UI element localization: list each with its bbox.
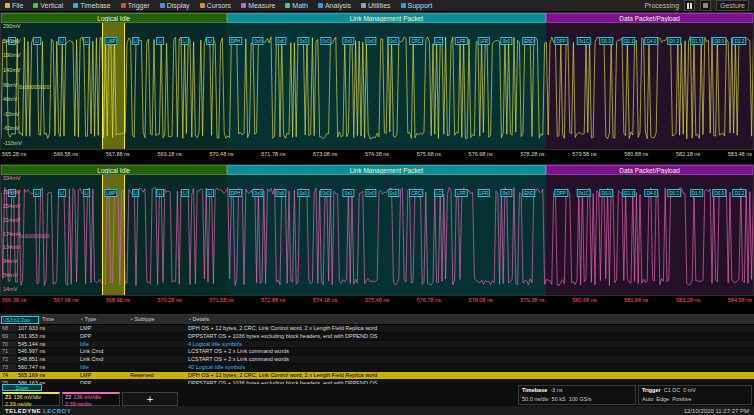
decode-chip[interactable]: LI — [206, 189, 214, 197]
stop-button[interactable] — [700, 0, 711, 11]
decode-chip[interactable]: DPH — [229, 189, 243, 197]
decode-chip[interactable]: LI — [8, 37, 16, 45]
decode-chip[interactable]: LI — [206, 37, 214, 45]
decode-chip[interactable]: LI — [83, 189, 91, 197]
decode-chip[interactable]: LC — [434, 37, 444, 45]
decode-chip[interactable]: 0x0 — [298, 189, 309, 197]
decode-chip[interactable]: LFR — [455, 189, 468, 197]
decode-chip[interactable]: D0.3 — [667, 189, 681, 197]
decode-chip[interactable]: LI — [181, 189, 189, 197]
decode-chip[interactable]: D2.1 — [622, 189, 636, 197]
decode-chip[interactable]: D2.2 — [733, 37, 747, 45]
decode-chip[interactable]: END — [522, 37, 536, 45]
col-subtype[interactable]: Subtype — [128, 315, 186, 324]
decode-chip[interactable]: 0x0 — [298, 37, 309, 45]
menu-item-display[interactable]: Display — [155, 0, 195, 11]
decode-chip[interactable]: 0x0 — [365, 37, 376, 45]
menu-item-support[interactable]: Support — [396, 0, 438, 11]
decode-chip[interactable]: LI — [132, 37, 140, 45]
decode-chip[interactable]: D1.5 — [690, 189, 704, 197]
decode-chip[interactable]: LI — [181, 37, 189, 45]
trigger-panel[interactable]: TriggerC1 DC0 mV AutoEdgePositive — [638, 385, 752, 405]
menu-item-vertical[interactable]: Vertical — [28, 0, 68, 11]
waveform-trace[interactable] — [1, 13, 754, 149]
decode-chip[interactable]: 0x0 — [365, 189, 376, 197]
col-details[interactable]: Details — [186, 315, 754, 324]
decode-chip[interactable]: LI — [157, 37, 165, 45]
decode-chip[interactable]: LI — [33, 189, 41, 197]
table-row[interactable]: 74565.169 nsLMPReservedDPH OS + 12 bytes… — [0, 372, 754, 380]
menu-item-cursors[interactable]: Cursors — [195, 0, 237, 11]
table-row[interactable]: 73560.747 nsIdle40 Logical Idle symbols — [0, 364, 754, 372]
menu-item-file[interactable]: File — [0, 0, 28, 11]
gesture-button[interactable]: Gesture — [716, 0, 749, 11]
decode-chip[interactable]: LI — [132, 189, 140, 197]
menu-item-measure[interactable]: Measure — [236, 0, 280, 11]
decode-chip[interactable]: LI — [83, 37, 91, 45]
decode-chip[interactable]: 0x1C — [577, 189, 592, 197]
decode-chip[interactable]: LI — [58, 37, 66, 45]
decode-chip[interactable]: D4.0 — [645, 189, 659, 197]
decode-chip[interactable]: DPH — [229, 37, 243, 45]
table-row[interactable]: 69161.953 nsDPPDPPSTART OS + 1036 bytes … — [0, 333, 754, 341]
decode-chip[interactable]: 0x0 — [501, 189, 512, 197]
menu-item-utilities[interactable]: Utilities — [356, 0, 396, 11]
decode-chip[interactable]: D0.0 — [712, 189, 726, 197]
decode-chip[interactable]: LFR — [478, 37, 491, 45]
decode-chip[interactable]: D2.1 — [622, 37, 636, 45]
decode-chip[interactable]: 0x6 — [275, 37, 286, 45]
col-type[interactable]: Type — [78, 315, 128, 324]
decode-chip[interactable]: CRC — [409, 189, 423, 197]
decode-chip[interactable]: 0x0 — [388, 37, 399, 45]
decode-chip[interactable]: END — [522, 189, 536, 197]
timebase-panel[interactable]: Timebase-3 ns 50.0 ns/div50 kS100 GS/s — [518, 385, 636, 405]
decode-chip[interactable]: 0x0 — [343, 37, 354, 45]
decode-chip[interactable]: LI — [33, 37, 41, 45]
decode-chip[interactable]: D0.0 — [600, 37, 614, 45]
decode-region-header[interactable]: Link Management Packet — [227, 165, 547, 175]
decode-chip[interactable]: 0x0 — [320, 189, 331, 197]
decode-chip[interactable]: LC — [434, 189, 444, 197]
decode-region-header[interactable]: Link Management Packet — [227, 13, 547, 23]
decode-chip[interactable]: LI — [58, 189, 66, 197]
decode-chip[interactable]: 0x6 — [275, 189, 286, 197]
decode-chip[interactable]: 0x0 — [501, 37, 512, 45]
add-trace-button[interactable]: + — [122, 392, 178, 406]
decode-chip[interactable]: 0x0 — [253, 37, 264, 45]
trace-z2-descriptor[interactable]: Z2136 mV/div 2.39 ns/div — [62, 392, 120, 406]
menu-item-math[interactable]: Math — [280, 0, 313, 11]
decode-chip[interactable]: D1.5 — [690, 37, 704, 45]
decode-region-header[interactable]: Data Packet/Payload — [546, 13, 753, 23]
pause-button[interactable] — [684, 0, 695, 11]
decode-chip[interactable]: CRC — [409, 37, 423, 45]
decode-chip[interactable]: D4.0 — [645, 37, 659, 45]
decode-region-header[interactable]: Logical Idle — [1, 13, 227, 23]
decode-chip[interactable]: DPP — [555, 189, 568, 197]
menu-item-trigger[interactable]: Trigger — [116, 0, 155, 11]
decode-chip[interactable]: LI — [157, 189, 165, 197]
col-time[interactable]: Time — [40, 315, 78, 324]
decode-chip[interactable]: 0x0 — [253, 189, 264, 197]
decode-region-header[interactable]: Data Packet/Payload — [546, 165, 753, 175]
waveform-grid-2[interactable]: Logical IdleLink Management PacketData P… — [0, 164, 754, 296]
decode-chip[interactable]: 0x0 — [343, 189, 354, 197]
table-row[interactable]: 70545.144 nsIdle4 Logical Idle symbols — [0, 341, 754, 349]
decode-chip[interactable]: LMP — [104, 189, 117, 197]
decode-chip[interactable]: 0x1C — [577, 37, 592, 45]
decode-chip[interactable]: D2.2 — [733, 189, 747, 197]
table-row[interactable]: 71546.997 nsLink CmdLCSTART OS + 2 x Lin… — [0, 348, 754, 356]
menu-item-analysis[interactable]: Analysis — [313, 0, 356, 11]
waveform-trace[interactable] — [1, 165, 754, 295]
decode-region-header[interactable]: Logical Idle — [1, 165, 227, 175]
decode-chip[interactable]: 0x0 — [388, 189, 399, 197]
decode-chip[interactable]: DPP — [555, 37, 568, 45]
menu-item-timebase[interactable]: Timebase — [68, 0, 115, 11]
decode-chip[interactable]: 0x0 — [320, 37, 331, 45]
decode-chip[interactable]: LMP — [104, 37, 117, 45]
decode-chip[interactable]: D0.0 — [712, 37, 726, 45]
decode-source-tab[interactable]: US3 b2.Zoo — [0, 315, 40, 324]
trace-z1-descriptor[interactable]: Z1136 mV/div 2.39 ns/div — [2, 392, 60, 406]
zoom-tab[interactable]: Zoom — [2, 384, 42, 391]
waveform-grid-1[interactable]: Logical IdleLink Management PacketData P… — [0, 12, 754, 150]
decode-chip[interactable]: LI — [8, 189, 16, 197]
